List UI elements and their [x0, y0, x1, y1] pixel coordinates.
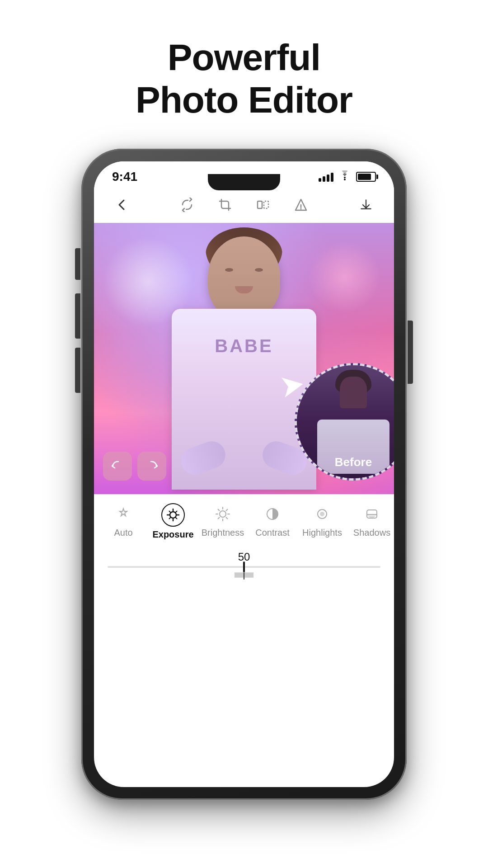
- svg-point-26: [320, 512, 324, 516]
- slider-track[interactable]: [108, 566, 380, 568]
- before-label: Before: [335, 455, 372, 469]
- shirt-text: BABE: [215, 336, 273, 356]
- edit-tools-row: Auto: [94, 500, 394, 543]
- phone-screen: 9:41: [94, 161, 394, 787]
- bottom-panel: Auto: [94, 494, 394, 584]
- svg-line-11: [169, 511, 171, 512]
- auto-icon: [113, 503, 134, 525]
- svg-line-21: [226, 517, 228, 519]
- brightness-icon: [212, 503, 234, 525]
- tool-exposure-label: Exposure: [152, 529, 193, 540]
- svg-rect-1: [258, 201, 262, 208]
- redo-button[interactable]: [137, 452, 166, 481]
- status-time: 9:41: [112, 170, 137, 184]
- svg-point-5: [300, 208, 302, 209]
- phone-notch: [208, 174, 280, 190]
- tool-brightness[interactable]: Brightness: [198, 500, 248, 543]
- mute-button: [75, 248, 80, 280]
- photo-canvas[interactable]: BABE: [94, 223, 394, 494]
- rotate-button[interactable]: [175, 193, 199, 217]
- svg-line-22: [218, 517, 220, 519]
- svg-line-23: [226, 509, 228, 510]
- shadows-icon: [361, 503, 383, 525]
- before-image: Before: [297, 365, 394, 478]
- signal-icon: [319, 172, 333, 182]
- svg-line-13: [169, 517, 171, 519]
- tool-auto-label: Auto: [114, 528, 132, 538]
- svg-line-12: [176, 517, 177, 519]
- head-shape: [208, 236, 280, 318]
- undo-button[interactable]: [103, 452, 132, 481]
- power-button: [408, 321, 413, 384]
- tool-shadows[interactable]: Shadows: [347, 500, 394, 543]
- crop-button[interactable]: [213, 193, 237, 217]
- volume-down-button: [75, 348, 80, 393]
- back-button[interactable]: [110, 193, 134, 217]
- svg-rect-2: [264, 201, 268, 208]
- volume-up-button: [75, 293, 80, 339]
- tool-highlights-label: Highlights: [302, 528, 342, 538]
- contrast-icon: [262, 503, 283, 525]
- tool-auto[interactable]: Auto: [99, 500, 148, 543]
- phone-mockup: 9:41: [81, 149, 407, 800]
- page-title: Powerful Photo Editor: [136, 36, 352, 122]
- svg-line-20: [218, 509, 220, 510]
- slider-area: 50: [94, 543, 394, 584]
- app-toolbar: [94, 189, 394, 223]
- tool-brightness-label: Brightness: [202, 528, 244, 538]
- before-comparison: Before: [295, 363, 394, 481]
- highlights-icon: [311, 503, 333, 525]
- exposure-icon: [161, 503, 185, 527]
- tool-exposure[interactable]: Exposure: [148, 500, 198, 543]
- status-icons: [319, 170, 376, 183]
- svg-line-14: [176, 511, 177, 512]
- tool-highlights[interactable]: Highlights: [297, 500, 347, 543]
- toolbar-tools: [175, 193, 313, 217]
- tool-contrast-label: Contrast: [255, 528, 290, 538]
- tool-shadows-label: Shadows: [353, 528, 390, 538]
- tool-contrast[interactable]: Contrast: [248, 500, 297, 543]
- adjust-button[interactable]: [289, 193, 313, 217]
- svg-point-15: [220, 511, 226, 517]
- svg-point-0: [344, 179, 346, 180]
- wifi-icon: [339, 170, 351, 183]
- undo-redo-controls: [103, 452, 166, 481]
- flip-button[interactable]: [251, 193, 275, 217]
- battery-icon: [356, 172, 376, 182]
- slider-thumb[interactable]: [243, 561, 245, 572]
- download-button[interactable]: [354, 193, 378, 217]
